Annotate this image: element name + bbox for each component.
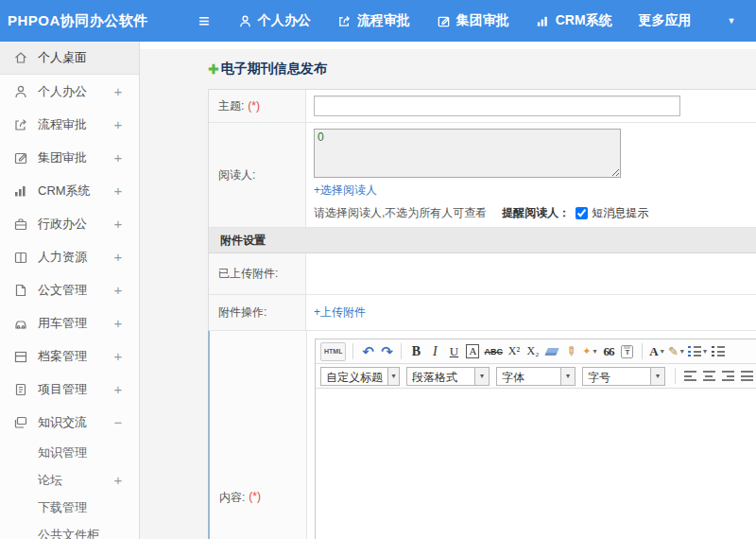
sidebar-item-personal-office[interactable]: 个人办公 + bbox=[0, 75, 139, 108]
undo-icon[interactable]: ↶ bbox=[360, 342, 375, 361]
font-size-select[interactable]: 字号▾ bbox=[582, 367, 665, 386]
upload-attachment-link[interactable]: +上传附件 bbox=[314, 304, 366, 321]
expand-toggle[interactable]: + bbox=[112, 216, 124, 232]
nav-group-approval[interactable]: 集团审批 bbox=[437, 12, 509, 29]
sidebar-item-label: 知识交流 bbox=[38, 414, 112, 431]
readers-hint: 请选择阅读人,不选为所有人可查看 bbox=[314, 205, 487, 221]
sidebar-item-hr[interactable]: 人力资源 + bbox=[0, 240, 139, 273]
expand-toggle[interactable]: + bbox=[112, 381, 124, 397]
subscript-button[interactable]: X₂ bbox=[525, 342, 541, 361]
subject-input[interactable] bbox=[314, 96, 680, 116]
auto-format-button[interactable]: ✦▾ bbox=[582, 342, 597, 361]
highlight-color-button[interactable]: ✎▾ bbox=[668, 342, 684, 361]
book-icon bbox=[13, 250, 28, 265]
font-family-select[interactable]: 字体▾ bbox=[496, 367, 576, 386]
sidebar-item-workflow-approval[interactable]: 流程审批 + bbox=[0, 108, 139, 141]
sidebar-subitem-downloads[interactable]: 下载管理 bbox=[0, 494, 139, 521]
expand-toggle[interactable]: + bbox=[112, 472, 124, 488]
redo-icon[interactable]: ↷ bbox=[379, 342, 394, 361]
notebook-icon bbox=[13, 382, 28, 397]
sidebar-item-vehicles[interactable]: 用车管理 + bbox=[0, 306, 139, 339]
subject-label-cell: 主题: (*) bbox=[209, 90, 306, 122]
publish-form: 主题: (*) 阅读人: 0 +选择阅读人 请选择阅读人,不选为所有人可查看 bbox=[208, 89, 756, 539]
sidebar-subitem-forum[interactable]: 论坛 + bbox=[0, 466, 139, 494]
justify-icon bbox=[741, 371, 753, 381]
expand-toggle[interactable]: + bbox=[112, 83, 124, 99]
page-title-text: 电子期刊信息发布 bbox=[221, 61, 327, 78]
sidebar-subitem-public-cabinet[interactable]: 公共文件柜 bbox=[0, 521, 139, 539]
sidebar-item-admin-office[interactable]: 行政办公 + bbox=[0, 207, 139, 240]
editor-content-area[interactable] bbox=[316, 389, 756, 539]
dropdown-arrow-icon: ▾ bbox=[703, 347, 707, 356]
sidebar-item-projects[interactable]: 项目管理 + bbox=[0, 373, 139, 406]
edit-icon bbox=[437, 14, 451, 28]
sidebar-item-archives[interactable]: 档案管理 + bbox=[0, 339, 139, 373]
sidebar-subitem-label: 下载管理 bbox=[38, 499, 112, 516]
bold-button[interactable]: B bbox=[408, 342, 423, 361]
paste-as-text-button[interactable]: T bbox=[620, 342, 635, 361]
attachment-ops-label: 附件操作: bbox=[218, 304, 266, 321]
expand-toggle[interactable]: + bbox=[112, 315, 124, 331]
expand-toggle[interactable]: + bbox=[112, 116, 124, 132]
sidebar-item-knowledge[interactable]: 知识交流 − bbox=[0, 406, 139, 439]
remind-readers-label: 提醒阅读人： bbox=[502, 205, 570, 221]
nav-workflow-approval[interactable]: 流程审批 bbox=[337, 12, 410, 29]
expand-toggle[interactable]: + bbox=[112, 249, 124, 265]
collapse-toggle[interactable]: − bbox=[112, 414, 124, 430]
heading-select[interactable]: 自定义标题▾ bbox=[320, 367, 400, 386]
nav-label: 个人办公 bbox=[258, 12, 311, 29]
dropdown-arrow-icon: ▾ bbox=[661, 347, 664, 356]
sms-notify-label: 短消息提示 bbox=[592, 205, 648, 221]
align-right-button[interactable] bbox=[720, 367, 735, 386]
nav-more-apps[interactable]: 更多应用 bbox=[639, 12, 692, 29]
sidebar-item-group-approval[interactable]: 集团审批 + bbox=[0, 141, 139, 174]
uploaded-label: 已上传附件: bbox=[218, 266, 278, 282]
bullet-list-button[interactable] bbox=[711, 342, 726, 361]
content-label: 内容: bbox=[219, 490, 245, 506]
plus-icon: ✚ bbox=[208, 61, 219, 77]
magic-wand-icon: ✦ bbox=[582, 345, 591, 357]
sidebar-item-label: 个人桌面 bbox=[38, 49, 112, 66]
sidebar-item-label: 集团审批 bbox=[38, 149, 112, 166]
chat-stack-icon bbox=[13, 415, 28, 430]
expand-toggle[interactable]: + bbox=[112, 282, 124, 298]
align-center-button[interactable] bbox=[701, 367, 716, 386]
superscript-button[interactable]: X² bbox=[507, 342, 522, 361]
format-brush-icon[interactable]: ✏ bbox=[563, 346, 577, 356]
expand-toggle[interactable]: + bbox=[112, 149, 124, 165]
sms-notify-checkbox[interactable] bbox=[576, 207, 588, 219]
chevron-down-icon[interactable]: ▼ bbox=[728, 16, 736, 26]
main-content: ✚ 电子期刊信息发布 主题: (*) 阅读人: 0 bbox=[140, 42, 756, 539]
select-readers-link[interactable]: +选择阅读人 bbox=[314, 183, 377, 199]
justify-button[interactable] bbox=[739, 367, 754, 386]
sidebar-item-label: 个人办公 bbox=[38, 83, 112, 100]
paragraph-format-select[interactable]: 段落格式▾ bbox=[406, 367, 490, 386]
sidebar-item-label: 流程审批 bbox=[38, 116, 112, 133]
sidebar-subitem-knowledge-mgmt[interactable]: 知识管理 bbox=[0, 439, 139, 466]
expand-toggle[interactable]: + bbox=[112, 183, 124, 199]
font-color-button[interactable]: A▾ bbox=[649, 342, 664, 361]
dropdown-arrow-icon: ▾ bbox=[680, 347, 684, 356]
person-icon bbox=[13, 84, 28, 99]
sidebar-item-documents[interactable]: 公文管理 + bbox=[0, 273, 139, 306]
readers-textarea[interactable]: 0 bbox=[314, 129, 621, 178]
sidebar-item-personal-desktop[interactable]: 个人桌面 bbox=[0, 42, 139, 75]
required-mark: (*) bbox=[248, 99, 260, 113]
nav-label: CRM系统 bbox=[556, 12, 612, 29]
sidebar-item-crm[interactable]: CRM系统 + bbox=[0, 174, 139, 207]
strikethrough-button[interactable]: ABC bbox=[484, 342, 503, 361]
home-icon bbox=[13, 50, 28, 65]
briefcase-icon bbox=[13, 217, 28, 232]
source-code-button[interactable]: HTML bbox=[320, 342, 346, 361]
underline-button[interactable]: U bbox=[446, 342, 461, 361]
font-style-button[interactable]: A bbox=[466, 344, 479, 358]
nav-personal-office[interactable]: 个人办公 bbox=[238, 12, 311, 29]
nav-crm-system[interactable]: CRM系统 bbox=[536, 12, 612, 29]
eraser-icon[interactable] bbox=[544, 342, 559, 361]
expand-toggle[interactable]: + bbox=[112, 348, 124, 364]
hamburger-menu-icon[interactable]: ≡ bbox=[198, 11, 210, 30]
align-left-button[interactable] bbox=[682, 367, 697, 386]
italic-button[interactable]: I bbox=[427, 342, 442, 361]
ordered-list-button[interactable]: ▾ bbox=[688, 342, 707, 361]
blockquote-button[interactable]: 66 bbox=[601, 342, 616, 361]
